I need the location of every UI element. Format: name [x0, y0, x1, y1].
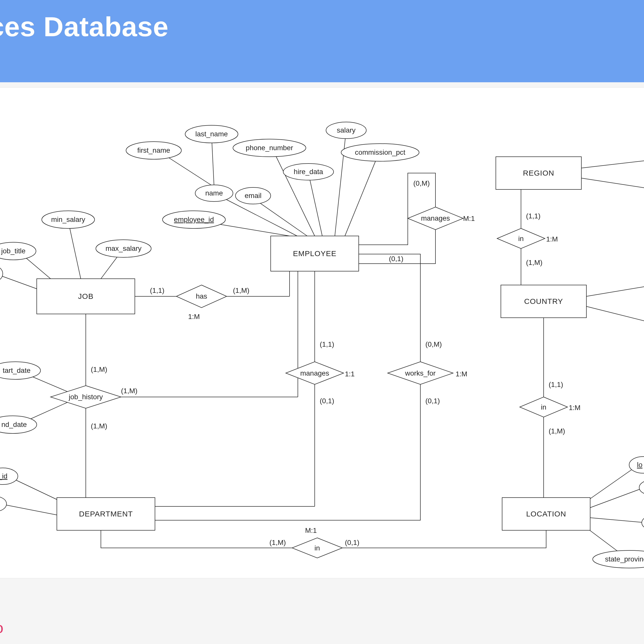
svg-point-88 — [639, 480, 644, 495]
rel-in-region-country: in — [497, 228, 545, 249]
svg-text:in: in — [314, 544, 320, 552]
svg-text:EMPLOYEE: EMPLOYEE — [293, 249, 336, 257]
svg-point-84 — [0, 496, 7, 511]
svg-line-10 — [308, 173, 322, 236]
svg-text:tart_date: tart_date — [3, 367, 31, 374]
svg-line-23 — [586, 286, 644, 296]
ratio-worksfor: 1:M — [456, 370, 467, 378]
card-manages-dept-bottom: (0,1) — [320, 397, 334, 405]
card-has-right: (1,M) — [233, 287, 249, 294]
ratio-in-country: 1:M — [569, 404, 581, 412]
attr-email: email — [235, 187, 271, 204]
card-manages-emp-top: (0,M) — [413, 179, 430, 187]
svg-text:in: in — [541, 403, 546, 411]
svg-text:name: name — [205, 189, 223, 197]
entity-country: COUNTRY — [501, 285, 586, 318]
svg-text:job_title: job_title — [1, 247, 26, 255]
attr-location-2 — [639, 480, 644, 495]
attr-location-id: lo — [629, 457, 644, 473]
ratio-has: 1:M — [188, 313, 200, 320]
ratio-manages-emp: M:1 — [463, 215, 475, 222]
rel-has: has — [176, 285, 227, 308]
attr-location-3 — [642, 515, 644, 530]
svg-line-9 — [272, 148, 315, 236]
card-jobhist-top: (1,M) — [91, 366, 107, 373]
svg-text:COUNTRY: COUNTRY — [524, 297, 563, 305]
svg-text:max_salary: max_salary — [105, 245, 141, 252]
svg-line-24 — [586, 306, 644, 321]
attr-max-salary: max_salary — [96, 240, 151, 257]
entity-region: REGION — [496, 157, 581, 189]
card-jobhist-right: (1,M) — [121, 387, 137, 395]
svg-text:LOCATION: LOCATION — [526, 509, 566, 518]
ratio-in-region: 1:M — [546, 235, 558, 243]
attr-name: name — [195, 185, 233, 202]
svg-text:manages: manages — [300, 369, 329, 377]
rel-manages-department: manages — [286, 362, 344, 384]
svg-text:DEPARTMENT: DEPARTMENT — [79, 509, 133, 518]
page-subtitle: tation — [0, 46, 644, 67]
svg-text:first_name: first_name — [137, 146, 170, 154]
attr-phone-number: phone_number — [233, 139, 306, 157]
er-diagram-container: (1,1) (1,M) 1:M (0,M) (0,1) M:1 (1,1) (0… — [0, 87, 644, 578]
entity-employee: EMPLOYEE — [271, 236, 359, 271]
attr-first-name: first_name — [126, 142, 181, 159]
ratio-manages-dept: 1:1 — [345, 370, 355, 378]
svg-line-11 — [335, 130, 346, 236]
svg-line-3 — [0, 274, 37, 289]
svg-line-21 — [581, 160, 644, 168]
rel-in-country-location: in — [520, 397, 568, 417]
rel-manages-employee: manages — [408, 207, 463, 230]
svg-line-0 — [68, 221, 81, 279]
ratio-in-loc: M:1 — [305, 527, 317, 534]
svg-text:REGION: REGION — [523, 169, 554, 177]
page-title: Resources Database — [0, 12, 644, 41]
card-in-country-top: (1,1) — [549, 381, 563, 388]
svg-text:min_salary: min_salary — [51, 216, 85, 223]
svg-text:salary: salary — [337, 126, 356, 134]
card-in-country-bottom: (1,M) — [549, 427, 565, 435]
svg-text:job_history: job_history — [68, 393, 103, 401]
svg-line-22 — [581, 178, 644, 188]
svg-text:nd_date: nd_date — [1, 421, 27, 428]
card-manages-emp-bottom: (0,1) — [389, 255, 404, 263]
svg-text:employee_id: employee_id — [174, 216, 214, 223]
attr-hire-data: hire_data — [283, 164, 334, 180]
svg-line-12 — [345, 153, 379, 236]
svg-point-58 — [0, 265, 3, 282]
rel-in-department-location: in — [292, 538, 342, 558]
rel-works-for: works_for — [388, 362, 453, 384]
card-manages-dept-top: (1,1) — [320, 340, 334, 348]
attr-employee-id: employee_id — [163, 211, 225, 228]
attr-dept-name: e — [0, 496, 7, 511]
svg-line-19 — [590, 518, 644, 523]
svg-text:email: email — [245, 192, 262, 199]
footer-brand: .io — [0, 619, 3, 636]
entity-job: JOB — [37, 279, 135, 314]
svg-text:commission_pct: commission_pct — [355, 148, 406, 156]
svg-text:manages: manages — [421, 214, 450, 222]
attr-state-province: state_province — [593, 550, 644, 568]
card-has-left: (1,1) — [150, 287, 165, 294]
header: Resources Database tation — [0, 0, 644, 82]
svg-text:works_for: works_for — [405, 369, 435, 377]
attr-last-name: last_name — [185, 125, 238, 143]
svg-text:has: has — [196, 292, 207, 300]
card-worksfor-bottom: (0,1) — [425, 397, 440, 405]
svg-line-18 — [590, 488, 644, 508]
svg-point-89 — [642, 515, 644, 530]
svg-text:phone_number: phone_number — [246, 144, 293, 152]
svg-text:_id: _id — [0, 472, 8, 480]
card-jobhist-bottom: (1,M) — [91, 422, 107, 430]
svg-text:hire_data: hire_data — [294, 168, 323, 176]
svg-text:last_name: last_name — [195, 130, 228, 138]
attr-dept-id: _id — [0, 468, 18, 485]
svg-text:in: in — [518, 235, 524, 243]
attr-min-salary: min_salary — [42, 211, 95, 228]
entity-department: DEPARTMENT — [57, 498, 155, 530]
svg-text:JOB: JOB — [78, 292, 93, 300]
card-in-region-top: (1,1) — [526, 212, 541, 220]
entity-location: LOCATION — [502, 498, 590, 530]
svg-line-17 — [586, 466, 637, 501]
svg-text:lo: lo — [637, 461, 642, 469]
